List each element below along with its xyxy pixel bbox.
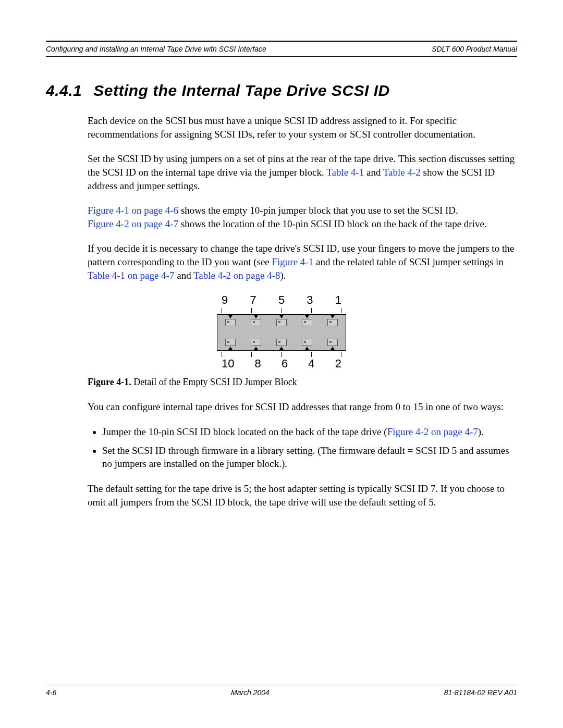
pin-label-7: 7 [250,293,256,307]
p3-text-a: shows the empty 10-pin jumper block that… [178,205,458,216]
link-figure-4-1[interactable]: Figure 4-1 [272,256,314,267]
link-figure-4-2-page[interactable]: Figure 4-2 on page 4-7 [88,218,178,229]
tick [282,352,282,357]
figure-caption: Figure 4-1. Detail of the Empty SCSI ID … [88,377,517,388]
page-content: Configuring and Installing an Internal T… [46,41,517,520]
pin-label-8: 8 [255,357,261,371]
bullet1-a: Jumper the 10-pin SCSI ID block located … [102,426,387,437]
list-item: Set the SCSI ID through firmware in a li… [102,444,517,471]
tick [251,308,252,313]
pin [251,339,261,346]
jumper-block [217,314,346,351]
paragraph-1: Each device on the SCSI bus must have a … [88,114,517,141]
header-rule-thin [46,56,517,57]
pin-label-6: 6 [282,357,288,371]
link-table-4-2[interactable]: Table 4-2 [383,167,421,178]
tick [222,308,222,313]
pin-label-1: 1 [335,293,341,307]
pin-label-9: 9 [222,293,228,307]
tick [311,352,312,357]
link-table-4-1[interactable]: Table 4-1 [326,167,364,178]
paragraph-3: Figure 4-1 on page 4-6 shows the empty 1… [88,204,517,230]
figure-label: Figure 4-1. [88,377,131,387]
pin [276,339,287,346]
pin-row-bottom [217,339,346,346]
p4-text-d: ). [280,270,286,281]
paragraph-6: The default setting for the tape drive i… [88,482,517,509]
top-ticks [222,308,341,313]
top-pin-numbers: 9 7 5 3 1 [222,293,341,307]
jumper-diagram: 9 7 5 3 1 [217,293,346,372]
pin-label-10: 10 [222,357,234,371]
pin [302,339,312,346]
pin-label-3: 3 [307,293,313,307]
tick [282,308,282,313]
paragraph-2: Set the SCSI ID by using jumpers on a se… [88,152,517,192]
footer-date: March 2004 [231,688,270,697]
pin-label-2: 2 [335,357,341,371]
paragraph-5: You can configure internal tape drives f… [88,400,517,414]
section-title-text: Setting the Internal Tape Drive SCSI ID [93,82,390,99]
bottom-ticks [222,352,341,357]
pin-row-top [217,319,346,326]
header-rule-thick [46,41,517,42]
p4-text-c: and [174,270,193,281]
p4-text-b: and the related table of SCSI jumper set… [313,256,504,267]
pin [276,319,287,326]
running-header: Configuring and Installing an Internal T… [46,45,517,56]
pin-label-4: 4 [308,357,314,371]
tick [251,352,252,357]
pin-label-5: 5 [278,293,285,307]
tick [222,352,222,357]
link-table-4-1-page[interactable]: Table 4-1 on page 4-7 [88,270,174,281]
figure-caption-text: Detail of the Empty SCSI ID Jumper Block [131,377,297,387]
figure-4-1: 9 7 5 3 1 [46,293,517,372]
section-number: 4.4.1 [46,82,82,99]
tick [341,352,341,357]
link-table-4-2-page[interactable]: Table 4-2 on page 4-8 [193,270,280,281]
pin [327,319,338,326]
header-right: SDLT 600 Product Manual [432,45,517,53]
tick [311,308,312,313]
p2-text-b: and [364,167,383,178]
link-figure-4-1-page[interactable]: Figure 4-1 on page 4-6 [88,205,178,216]
bullet1-b: ). [478,426,484,437]
footer-row: 4-6 March 2004 81-81184-02 REV A01 [46,685,517,697]
pin [302,319,312,326]
section-heading: 4.4.1Setting the Internal Tape Drive SCS… [46,82,517,100]
bullet-list: Jumper the 10-pin SCSI ID block located … [88,425,517,471]
p3-text-b: shows the location of the 10-pin SCSI ID… [178,218,487,229]
pin [251,319,261,326]
page-footer: 4-6 March 2004 81-81184-02 REV A01 [46,685,517,697]
pin [225,319,236,326]
bottom-pin-numbers: 10 8 6 4 2 [222,357,341,371]
tick [341,308,341,313]
pin [327,339,338,346]
pin [225,339,236,346]
paragraph-4: If you decide it is necessary to change … [88,242,517,282]
link-figure-4-2-bullet[interactable]: Figure 4-2 on page 4-7 [387,426,478,437]
header-left: Configuring and Installing an Internal T… [46,45,266,53]
footer-doc-id: 81-81184-02 REV A01 [444,688,517,697]
list-item: Jumper the 10-pin SCSI ID block located … [102,425,517,439]
footer-page-number: 4-6 [46,688,56,697]
